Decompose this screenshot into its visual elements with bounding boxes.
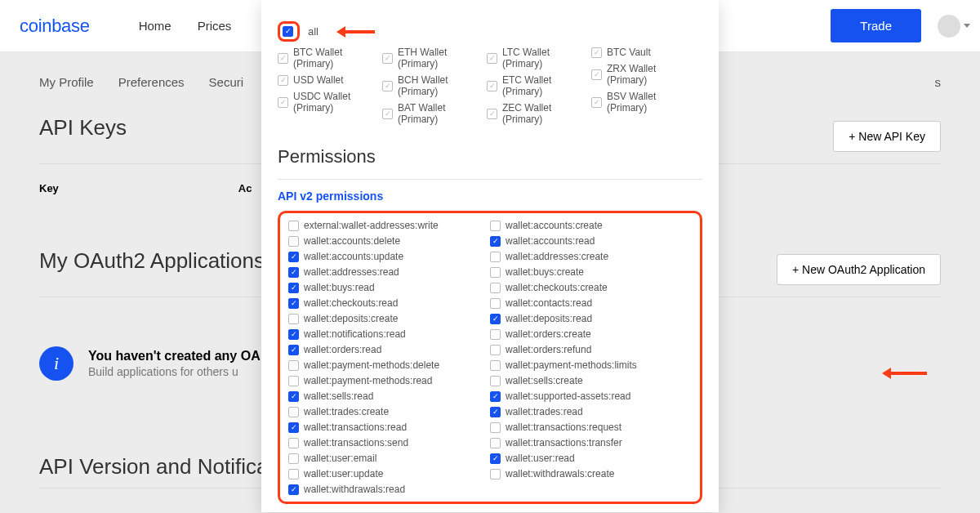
permission-item[interactable]: wallet:trades:create xyxy=(288,406,490,417)
permission-checkbox[interactable] xyxy=(288,345,299,355)
wallet-item[interactable]: BAT Wallet (Primary) xyxy=(382,102,487,125)
wallet-item[interactable]: BSV Wallet (Primary) xyxy=(591,91,696,114)
permission-item[interactable]: wallet:transactions:transfer xyxy=(490,437,692,448)
permission-item[interactable]: wallet:accounts:update xyxy=(288,251,490,262)
new-api-key-button[interactable]: + New API Key xyxy=(833,121,941,152)
permission-item[interactable]: wallet:transactions:send xyxy=(288,437,490,448)
tab-preferences[interactable]: Preferences xyxy=(118,75,185,89)
permission-checkbox[interactable] xyxy=(288,360,299,371)
permission-checkbox[interactable] xyxy=(490,221,501,231)
wallet-checkbox[interactable] xyxy=(278,97,288,108)
permission-item[interactable]: wallet:checkouts:read xyxy=(288,297,490,309)
permission-checkbox[interactable] xyxy=(288,376,299,386)
permission-item[interactable]: wallet:withdrawals:read xyxy=(288,484,490,495)
permission-checkbox[interactable] xyxy=(490,329,501,340)
wallet-item[interactable]: USD Wallet xyxy=(278,74,382,86)
trade-button[interactable]: Trade xyxy=(831,9,921,42)
permission-item[interactable]: wallet:addresses:read xyxy=(288,266,490,278)
permission-item[interactable]: wallet:deposits:create xyxy=(288,313,490,324)
permission-checkbox[interactable] xyxy=(490,469,501,480)
nav-home[interactable]: Home xyxy=(139,19,172,33)
wallet-checkbox[interactable] xyxy=(382,53,393,64)
permission-checkbox[interactable] xyxy=(288,298,299,309)
permission-item[interactable]: wallet:accounts:delete xyxy=(288,235,490,247)
wallet-checkbox[interactable] xyxy=(382,81,393,91)
permission-checkbox[interactable] xyxy=(288,329,299,340)
permission-item[interactable]: wallet:accounts:read xyxy=(490,235,692,247)
permission-item[interactable]: wallet:user:read xyxy=(490,453,692,464)
wallet-checkbox[interactable] xyxy=(278,75,288,86)
wallet-item[interactable]: ZEC Wallet (Primary) xyxy=(487,102,591,125)
wallet-checkbox[interactable] xyxy=(591,69,602,80)
wallet-item[interactable]: ETH Wallet (Primary) xyxy=(382,47,487,69)
wallet-item[interactable]: BCH Wallet (Primary) xyxy=(382,74,487,97)
new-oauth-button[interactable]: + New OAuth2 Application xyxy=(777,254,941,285)
permission-item[interactable]: wallet:deposits:read xyxy=(490,313,692,324)
permission-checkbox[interactable] xyxy=(490,407,501,417)
permission-item[interactable]: wallet:addresses:create xyxy=(490,251,692,262)
wallet-checkbox[interactable] xyxy=(487,109,497,119)
logo[interactable]: coinbase xyxy=(20,16,90,37)
permission-item[interactable]: wallet:sells:read xyxy=(288,390,490,402)
wallet-checkbox[interactable] xyxy=(591,97,602,108)
permission-checkbox[interactable] xyxy=(288,283,299,293)
permission-checkbox[interactable] xyxy=(490,252,501,262)
permission-checkbox[interactable] xyxy=(288,407,299,417)
permission-checkbox[interactable] xyxy=(288,453,299,464)
permission-checkbox[interactable] xyxy=(490,360,501,371)
permission-checkbox[interactable] xyxy=(490,422,501,433)
wallet-item[interactable]: LTC Wallet (Primary) xyxy=(487,47,591,69)
wallet-checkbox[interactable] xyxy=(487,53,497,64)
permission-checkbox[interactable] xyxy=(490,267,501,278)
permission-item[interactable]: wallet:withdrawals:create xyxy=(490,468,692,480)
permission-item[interactable]: wallet:orders:refund xyxy=(490,344,692,355)
permission-checkbox[interactable] xyxy=(288,221,299,231)
permission-item[interactable]: wallet:checkouts:create xyxy=(490,282,692,293)
permission-item[interactable]: wallet:orders:read xyxy=(288,344,490,355)
permission-item[interactable]: wallet:transactions:read xyxy=(288,422,490,433)
permission-item[interactable]: wallet:buys:read xyxy=(288,282,490,293)
wallet-item[interactable]: BTC Vault xyxy=(591,47,696,58)
wallet-checkbox[interactable] xyxy=(487,81,497,91)
permission-checkbox[interactable] xyxy=(288,422,299,433)
permission-checkbox[interactable] xyxy=(490,376,501,386)
avatar-menu[interactable] xyxy=(938,15,960,38)
permission-checkbox[interactable] xyxy=(288,391,299,402)
permission-checkbox[interactable] xyxy=(490,314,501,324)
permission-checkbox[interactable] xyxy=(288,252,299,262)
permission-item[interactable]: wallet:accounts:create xyxy=(490,220,692,231)
permission-item[interactable]: wallet:notifications:read xyxy=(288,328,490,340)
all-checkbox[interactable] xyxy=(283,26,293,37)
wallet-item[interactable]: ETC Wallet (Primary) xyxy=(487,74,591,97)
tab-profile[interactable]: My Profile xyxy=(39,75,94,89)
permission-checkbox[interactable] xyxy=(490,345,501,355)
permission-item[interactable]: wallet:trades:read xyxy=(490,406,692,417)
permission-checkbox[interactable] xyxy=(288,314,299,324)
permission-checkbox[interactable] xyxy=(490,438,501,448)
permission-checkbox[interactable] xyxy=(288,484,299,495)
permission-item[interactable]: wallet:payment-methods:limits xyxy=(490,359,692,371)
permission-checkbox[interactable] xyxy=(288,438,299,448)
tab-security[interactable]: Securi xyxy=(209,75,244,89)
wallet-item[interactable]: USDC Wallet (Primary) xyxy=(278,91,382,114)
permission-item[interactable]: wallet:transactions:request xyxy=(490,422,692,433)
permission-checkbox[interactable] xyxy=(490,298,501,309)
permission-item[interactable]: external:wallet-addresses:write xyxy=(288,220,490,231)
permission-checkbox[interactable] xyxy=(288,469,299,480)
wallet-checkbox[interactable] xyxy=(591,47,602,58)
permission-checkbox[interactable] xyxy=(490,283,501,293)
permission-item[interactable]: wallet:payment-methods:read xyxy=(288,375,490,386)
wallet-item[interactable]: ZRX Wallet (Primary) xyxy=(591,63,696,86)
permission-checkbox[interactable] xyxy=(490,453,501,464)
permission-item[interactable]: wallet:user:email xyxy=(288,453,490,464)
permission-checkbox[interactable] xyxy=(490,236,501,247)
permission-item[interactable]: wallet:orders:create xyxy=(490,328,692,340)
permission-checkbox[interactable] xyxy=(490,391,501,402)
wallet-checkbox[interactable] xyxy=(278,53,288,64)
permission-item[interactable]: wallet:contacts:read xyxy=(490,297,692,309)
permission-item[interactable]: wallet:buys:create xyxy=(490,266,692,278)
permission-item[interactable]: wallet:supported-assets:read xyxy=(490,390,692,402)
permission-item[interactable]: wallet:payment-methods:delete xyxy=(288,359,490,371)
permission-checkbox[interactable] xyxy=(288,267,299,278)
permission-item[interactable]: wallet:user:update xyxy=(288,468,490,480)
